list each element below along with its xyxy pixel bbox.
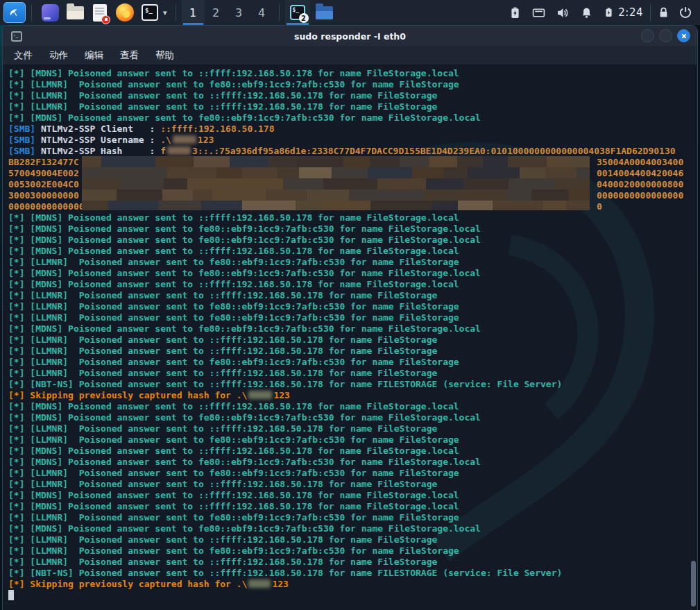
close-button[interactable] <box>677 29 690 42</box>
terminal-line: [*] [MDNS] Poisoned answer sent to ::fff… <box>8 212 697 223</box>
window-terminal-icon: ›_ <box>11 31 22 42</box>
terminal-line: [*] Skipping previously captured hash fo… <box>8 390 697 401</box>
launcher-file-manager[interactable] <box>65 2 85 23</box>
redaction-blur <box>248 579 271 588</box>
menu-bar: 文件动作编辑查看帮助 <box>3 46 697 65</box>
terminal-line: [*] [MDNS] Poisoned answer sent to fe80:… <box>8 457 697 468</box>
firefox-icon <box>116 3 134 22</box>
terminal-line: [*] [MDNS] Poisoned answer sent to fe80:… <box>8 235 697 246</box>
launcher-terminal[interactable]: $_ <box>139 2 160 23</box>
menu-item-4[interactable]: 帮助 <box>150 47 180 64</box>
display-icon[interactable] <box>532 7 545 19</box>
terminal-window: ›_ sudo responder -I eth0 文件动作编辑查看帮助 [*]… <box>2 25 698 610</box>
terminal-line <box>8 590 697 601</box>
terminal-line: [*] [LLMNR] Poisoned answer sent to fe80… <box>8 434 697 446</box>
terminal-line: [*] [LLMNR] Poisoned answer sent to ::ff… <box>8 534 697 545</box>
scrollbar-thumb[interactable] <box>691 561 696 607</box>
terminal-line: [*] [MDNS] Poisoned answer sent to fe80:… <box>8 112 697 124</box>
terminal-line: [SMB] NTLMv2-SSP Client : ::ffff:192.168… <box>8 124 697 135</box>
redaction-mosaic <box>82 156 590 210</box>
terminal-line: [*] [LLMNR] Poisoned answer sent to ::ff… <box>8 334 697 346</box>
terminal-line: [*] [LLMNR] Poisoned answer sent to ::ff… <box>8 346 697 357</box>
terminal-line: [*] [LLMNR] Poisoned answer sent to ::ff… <box>8 368 697 379</box>
workspace-1[interactable]: 1 <box>182 0 205 25</box>
terminal-line: [*] [LLMNR] Poisoned answer sent to ::ff… <box>8 90 697 101</box>
terminal-line: [*] [MDNS] Poisoned answer sent to fe80:… <box>8 268 697 279</box>
terminal-line: [SMB] NTLMv2-SSP Username : .\123 <box>8 135 697 146</box>
terminal-line: [*] [LLMNR] Poisoned answer sent to ::ff… <box>8 557 697 568</box>
menu-item-1[interactable]: 动作 <box>44 47 74 64</box>
terminal-line: [*] [LLMNR] Poisoned answer sent to fe80… <box>8 79 697 90</box>
clock[interactable]: 2:24 <box>618 6 643 19</box>
launcher-firefox[interactable] <box>114 2 135 23</box>
battery-charging-icon[interactable] <box>509 7 521 19</box>
terminal-line: [*] [LLMNR] Poisoned answer sent to ::ff… <box>8 423 697 434</box>
panel-right-group: 2:24 <box>509 0 700 25</box>
menu-item-0[interactable]: 文件 <box>8 47 38 64</box>
workspace-2[interactable]: 2 <box>205 0 228 25</box>
window-title: sudo responder -I eth0 <box>3 31 697 42</box>
terminal-line: [*] [LLMNR] Poisoned answer sent to fe80… <box>8 312 697 323</box>
logout-icon[interactable] <box>679 6 692 19</box>
top-panel: $_ ▾ 1234 $_ 2 <box>0 0 700 25</box>
panel-separator <box>279 4 280 21</box>
kali-dragon-icon <box>8 6 21 19</box>
panel-separator <box>176 4 176 21</box>
taskbar-folder-window[interactable] <box>310 0 339 25</box>
panel-separator <box>650 4 651 21</box>
terminal-viewport[interactable]: [*] [MDNS] Poisoned answer sent to ::fff… <box>3 65 697 610</box>
workspace-3[interactable]: 3 <box>228 0 250 25</box>
workspace-switcher: 1234 <box>182 0 273 25</box>
terminal-line: [*] [MDNS] Poisoned answer sent to ::fff… <box>8 68 697 79</box>
panel-left-group: $_ ▾ 1234 $_ 2 <box>0 0 339 25</box>
edit-badge-icon <box>101 15 110 24</box>
launcher-window-app[interactable] <box>40 2 60 23</box>
document-icon <box>93 4 107 22</box>
redaction-blur <box>248 391 272 399</box>
blue-folder-icon <box>316 6 333 19</box>
panel-separator <box>31 4 32 21</box>
menu-item-3[interactable]: 查看 <box>114 47 144 64</box>
desktop: $_ ▾ 1234 $_ 2 <box>0 0 700 610</box>
terminal-icon: $_ <box>142 4 158 21</box>
terminal-cursor <box>8 590 14 600</box>
terminal-line: [*] [LLMNR] Poisoned answer sent to fe80… <box>8 545 697 557</box>
terminal-line: [*] Skipping previously captured hash fo… <box>8 579 697 590</box>
terminal-line: [*] [MDNS] Poisoned answer sent to ::fff… <box>8 501 697 512</box>
terminal-line: [*] [LLMNR] Poisoned answer sent to fe80… <box>8 512 697 523</box>
session-controls <box>658 6 692 19</box>
maximize-button[interactable] <box>659 29 672 42</box>
kali-menu-button[interactable] <box>3 2 26 23</box>
launcher-text-editor[interactable] <box>89 2 110 23</box>
terminal-line: [*] [LLMNR] Poisoned answer sent to ::ff… <box>8 479 697 490</box>
terminal-line: [*] [MDNS] Poisoned answer sent to fe80:… <box>8 412 697 423</box>
system-tray <box>509 7 614 19</box>
window-controls <box>641 29 690 42</box>
terminal-line: [*] [LLMNR] Poisoned answer sent to fe80… <box>8 357 697 368</box>
menu-item-2[interactable]: 编辑 <box>79 47 109 64</box>
lock-icon[interactable] <box>658 6 669 19</box>
window-app-icon <box>42 4 59 22</box>
terminal-line: [*] [LLMNR] Poisoned answer sent to ::ff… <box>8 290 697 301</box>
terminal-line: [*] [MDNS] Poisoned answer sent to fe80:… <box>8 323 697 334</box>
notifications-bell-icon[interactable] <box>581 7 592 19</box>
workspace-4[interactable]: 4 <box>250 0 273 25</box>
taskbar-terminal-group[interactable]: $_ 2 <box>285 0 310 25</box>
terminal-line: [*] [MDNS] Poisoned answer sent to ::fff… <box>8 446 697 457</box>
terminal-line: [*] [NBT-NS] Poisoned answer sent to ::f… <box>8 379 697 390</box>
terminal-line: [*] [LLMNR] Poisoned answer sent to fe80… <box>8 468 697 479</box>
chevron-down-icon[interactable]: ▾ <box>163 8 167 17</box>
terminal-line: [*] [LLMNR] Poisoned answer sent to fe80… <box>8 301 697 312</box>
terminal-line: [*] [MDNS] Poisoned answer sent to ::fff… <box>8 401 697 412</box>
redaction-blur <box>167 146 191 155</box>
redaction-blur <box>173 135 196 144</box>
terminal-line: [*] [MDNS] Poisoned answer sent to ::fff… <box>8 246 697 257</box>
volume-icon[interactable] <box>556 7 570 19</box>
terminal-output: [*] [MDNS] Poisoned answer sent to ::fff… <box>3 65 697 601</box>
title-bar[interactable]: ›_ sudo responder -I eth0 <box>3 26 697 46</box>
minimize-button[interactable] <box>641 29 654 42</box>
terminal-line: [SMB] NTLMv2-SSP Hash : f3::.:75a936df95… <box>8 146 697 157</box>
terminal-line: [*] [MDNS] Poisoned answer sent to fe80:… <box>8 223 697 235</box>
terminal-line: [*] [MDNS] Poisoned answer sent to ::fff… <box>8 490 697 501</box>
power-plugin-icon[interactable] <box>604 7 614 18</box>
